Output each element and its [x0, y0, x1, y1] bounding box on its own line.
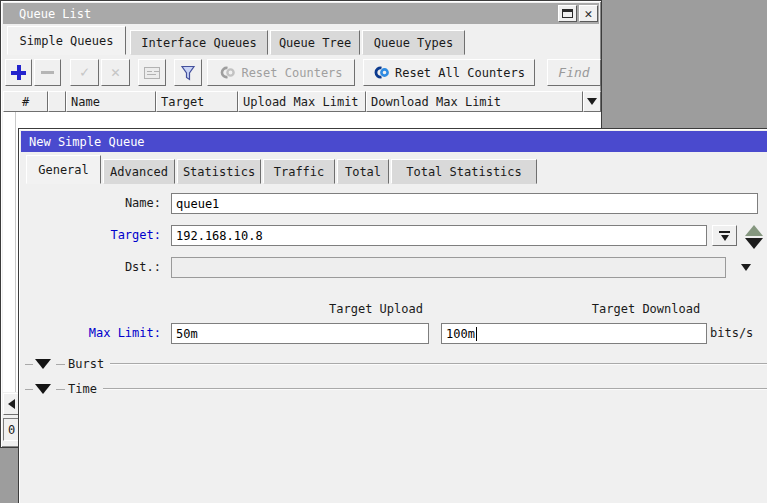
name-input[interactable]: queue1: [171, 193, 758, 214]
comment-button[interactable]: [138, 59, 166, 86]
find-button[interactable]: Find: [547, 59, 601, 86]
max-limit-upload-input[interactable]: 50m: [171, 323, 429, 344]
queue-list-toolbar: ✓ ✕ Reset Counters: [3, 59, 601, 89]
unit-label: bits/s: [710, 326, 753, 340]
x-icon: ✕: [111, 65, 120, 80]
queue-list-tab-bar: Simple Queues Interface Queues Queue Tre…: [3, 25, 601, 55]
arrow-down-icon[interactable]: [745, 238, 763, 249]
filter-icon: [180, 65, 196, 81]
tab-total[interactable]: Total: [337, 159, 389, 184]
column-header-flags[interactable]: [48, 91, 66, 112]
enable-button[interactable]: ✓: [70, 59, 99, 86]
add-button[interactable]: [5, 59, 32, 86]
dst-label: Dst.:: [19, 260, 161, 274]
drop-list-icon: [719, 231, 730, 233]
desktop: Queue List ✕ Simple Queues Interface Que…: [0, 0, 767, 503]
queue-list-titlebar[interactable]: Queue List ✕: [3, 3, 599, 24]
dialog-title: New Simple Queue: [21, 135, 145, 149]
arrow-up-icon[interactable]: [745, 225, 763, 236]
tab-traffic[interactable]: Traffic: [263, 159, 335, 184]
column-header-download[interactable]: Download Max Limit: [366, 91, 583, 112]
remove-button[interactable]: [34, 59, 61, 86]
queue-list-title: Queue List: [3, 7, 91, 21]
name-value: queue1: [176, 197, 219, 211]
maximize-button[interactable]: [558, 5, 577, 22]
time-section-label: Time: [68, 382, 97, 396]
tab-interface-queues[interactable]: Interface Queues: [130, 30, 268, 55]
dst-input[interactable]: [171, 257, 726, 278]
target-input[interactable]: 192.168.10.8: [171, 225, 707, 246]
reset-all-counters-icon: [373, 66, 390, 79]
divider: [110, 363, 767, 365]
column-header-name[interactable]: Name: [66, 91, 156, 112]
check-icon: ✓: [80, 65, 89, 80]
tab-general[interactable]: General: [26, 155, 101, 184]
target-add-remove-spinner: [743, 225, 765, 249]
minus-icon: [41, 71, 54, 74]
tab-advanced[interactable]: Advanced: [103, 159, 175, 184]
time-expand-icon[interactable]: [35, 384, 51, 394]
time-section: Time: [25, 382, 767, 396]
divider: [103, 388, 767, 390]
max-limit-download-input[interactable]: 100m: [441, 323, 707, 344]
divider: [56, 389, 65, 390]
arrow-left-icon: [8, 399, 15, 409]
grid-line: [15, 112, 16, 392]
divider: [25, 364, 33, 365]
reset-all-counters-label: Reset All Counters: [395, 66, 525, 80]
find-label: Find: [558, 65, 589, 80]
reset-all-counters-button[interactable]: Reset All Counters: [363, 59, 535, 86]
dialog-titlebar[interactable]: New Simple Queue: [21, 131, 767, 152]
queue-table-header: # Name Target Upload Max Limit Download …: [3, 91, 601, 112]
max-limit-upload-value: 50m: [176, 327, 198, 341]
scroll-left-button[interactable]: [3, 393, 19, 415]
target-upload-header: Target Upload: [326, 302, 426, 316]
burst-section-label: Burst: [68, 357, 104, 371]
dialog-tab-bar: General Advanced Statistics Traffic Tota…: [21, 155, 767, 184]
max-limit-download-value: 100m: [446, 327, 475, 341]
tab-total-statistics[interactable]: Total Statistics: [391, 159, 537, 184]
tab-statistics[interactable]: Statistics: [177, 159, 261, 184]
column-header-target[interactable]: Target: [156, 91, 238, 112]
reset-counters-label: Reset Counters: [241, 66, 342, 80]
close-icon: ✕: [585, 7, 593, 20]
column-header-number[interactable]: #: [3, 91, 48, 112]
reset-counters-icon: [219, 66, 236, 79]
disable-button[interactable]: ✕: [101, 59, 130, 86]
new-simple-queue-dialog: New Simple Queue General Advanced Statis…: [18, 128, 767, 503]
tab-simple-queues[interactable]: Simple Queues: [7, 26, 126, 55]
reset-counters-button[interactable]: Reset Counters: [207, 59, 355, 86]
chevron-down-icon: [587, 98, 597, 105]
drop-list-arrow-icon: [721, 235, 729, 241]
target-dropdown-button[interactable]: [712, 225, 737, 246]
divider: [25, 389, 33, 390]
divider: [56, 364, 65, 365]
text-cursor: [476, 327, 477, 341]
add-icon: [11, 65, 26, 80]
comment-icon: [144, 67, 160, 79]
filter-button[interactable]: [174, 59, 202, 86]
target-value: 192.168.10.8: [176, 229, 263, 243]
burst-section: Burst: [25, 357, 767, 371]
tab-queue-tree[interactable]: Queue Tree: [270, 30, 360, 55]
target-label: Target:: [19, 228, 161, 242]
maximize-icon: [562, 9, 573, 18]
column-select-button[interactable]: [583, 91, 601, 112]
name-label: Name:: [19, 196, 161, 210]
target-download-header: Target Download: [586, 302, 706, 316]
dst-dropdown-icon[interactable]: [741, 264, 751, 271]
max-limit-label: Max Limit:: [19, 326, 161, 340]
tab-queue-types[interactable]: Queue Types: [362, 30, 465, 55]
burst-expand-icon[interactable]: [35, 359, 51, 369]
close-button[interactable]: ✕: [579, 5, 598, 22]
column-header-upload[interactable]: Upload Max Limit: [238, 91, 366, 112]
